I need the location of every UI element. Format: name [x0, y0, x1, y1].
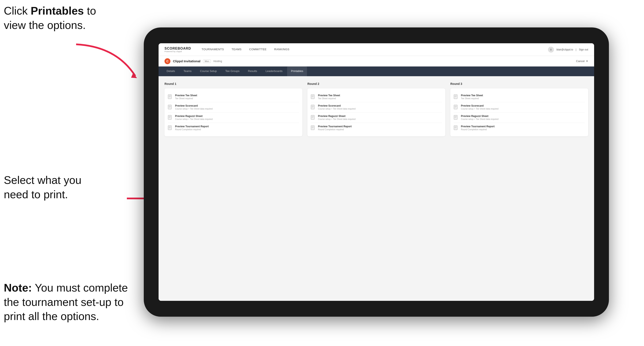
svg-rect-6 [168, 105, 172, 109]
tab-bar: Details Teams Course Setup Tee Groups Re… [158, 66, 594, 76]
r1-raguzzi-info: Preview Raguzzi Sheet Course setup + Tee… [175, 115, 212, 120]
round-2-title: Round 2 [308, 82, 445, 85]
annotation-middle: Select what youneed to print. [4, 173, 82, 202]
top-nav: SCOREBOARD Powered by clippd TOURNAMENTS… [158, 43, 594, 56]
r2-scorecard-icon [311, 105, 316, 110]
r2-tee-sheet-title: Preview Tee Sheet [318, 94, 340, 97]
r1-scorecard-sub: Course setup + Tee Sheet data required [175, 108, 212, 110]
r1-tee-sheet[interactable]: Preview Tee Sheet Tee Sheet required [168, 92, 299, 102]
annotation-top-bold: Printables [31, 5, 84, 17]
r3-raguzzi-icon [454, 115, 458, 121]
r2-scorecard-sub: Course setup + Tee Sheet data required [318, 108, 356, 110]
round-3-title: Round 3 [450, 82, 588, 85]
tablet-screen: SCOREBOARD Powered by clippd TOURNAMENTS… [158, 43, 594, 301]
tournament-badge: Men [203, 59, 211, 63]
r3-scorecard-sub: Course setup + Tee Sheet data required [461, 108, 498, 110]
r1-tee-sheet-sub: Tee Sheet required [175, 97, 197, 100]
r3-tee-sheet-title: Preview Tee Sheet [461, 94, 483, 97]
nav-rankings[interactable]: RANKINGS [270, 43, 293, 56]
r2-report-icon [311, 125, 316, 131]
tab-printables[interactable]: Printables [287, 66, 307, 76]
user-email: blair@clippd.io [556, 48, 573, 51]
r1-report-info: Preview Tournament Report Round Completi… [175, 125, 209, 131]
r3-raguzzi-title: Preview Raguzzi Sheet [461, 115, 498, 118]
tab-details[interactable]: Details [163, 66, 179, 76]
round-2-card: Preview Tee Sheet Tee Sheet required Pre… [308, 88, 445, 136]
r2-raguzzi-title: Preview Raguzzi Sheet [318, 115, 356, 118]
r2-scorecard[interactable]: Preview Scorecard Course setup + Tee She… [311, 102, 442, 113]
svg-rect-38 [454, 105, 457, 109]
raguzzi-icon [168, 115, 172, 121]
sign-out-link[interactable]: Sign out [579, 48, 588, 51]
svg-rect-42 [454, 115, 457, 120]
tablet-device: SCOREBOARD Powered by clippd TOURNAMENTS… [144, 27, 609, 317]
r2-report-sub: Round Completion required [318, 128, 352, 131]
round-1-title: Round 1 [164, 82, 302, 85]
tee-sheet-icon [168, 94, 172, 100]
main-nav: TOURNAMENTS TEAMS COMMITTEE RANKINGS [198, 43, 548, 56]
r1-tee-sheet-title: Preview Tee Sheet [175, 94, 197, 97]
tab-course-setup[interactable]: Course Setup [196, 66, 221, 76]
r3-report-title: Preview Tournament Report [461, 125, 494, 128]
tournament-header: C Clippd Invitational Men Hosting Cancel… [158, 56, 594, 66]
content-area: Round 1 [158, 76, 594, 301]
svg-rect-26 [311, 115, 314, 120]
r2-raguzzi-icon [311, 115, 316, 121]
r1-raguzzi-title: Preview Raguzzi Sheet [175, 115, 212, 118]
round-3-section: Round 3 Preview Tee Sheet Tee Sheet requ… [450, 82, 588, 136]
r2-raguzzi-sub: Course setup + Tee Sheet data required [318, 118, 356, 120]
r2-tee-sheet-sub: Tee Sheet required [318, 97, 340, 100]
round-1-card: Preview Tee Sheet Tee Sheet required [164, 88, 302, 136]
tab-leaderboards[interactable]: Leaderboards [262, 66, 286, 76]
nav-tournaments[interactable]: TOURNAMENTS [198, 43, 228, 56]
r1-raguzzi[interactable]: Preview Raguzzi Sheet Course setup + Tee… [168, 113, 299, 123]
separator: | [576, 48, 576, 51]
user-avatar: B [548, 47, 554, 53]
nav-teams[interactable]: TEAMS [228, 43, 245, 56]
r3-tee-sheet[interactable]: Preview Tee Sheet Tee Sheet required [454, 92, 585, 102]
arrow-top-icon [74, 42, 142, 80]
r2-tee-sheet-icon [311, 94, 316, 100]
tab-tee-groups[interactable]: Tee Groups [222, 66, 243, 76]
r3-scorecard[interactable]: Preview Scorecard Course setup + Tee She… [454, 102, 585, 113]
r2-scorecard-title: Preview Scorecard [318, 104, 356, 107]
r2-report[interactable]: Preview Tournament Report Round Completi… [311, 123, 442, 133]
round-2-section: Round 2 Preview Tee Sheet Tee Sheet requ… [308, 82, 445, 136]
r3-tee-sheet-sub: Tee Sheet required [461, 97, 483, 100]
r2-tee-sheet[interactable]: Preview Tee Sheet Tee Sheet required [311, 92, 442, 102]
r1-raguzzi-sub: Course setup + Tee Sheet data required [175, 118, 212, 120]
annotation-top: Click Printables toview the options. [4, 4, 96, 32]
scorecard-icon [168, 105, 172, 110]
svg-rect-14 [168, 126, 172, 130]
cancel-x-icon: ✕ [586, 59, 588, 63]
brand-title: SCOREBOARD [164, 47, 191, 50]
nav-committee[interactable]: COMMITTEE [246, 43, 270, 56]
cancel-label: Cancel [576, 59, 584, 63]
svg-rect-30 [311, 126, 314, 130]
tab-results[interactable]: Results [244, 66, 261, 76]
tournament-logo: C [164, 58, 170, 64]
r3-report[interactable]: Preview Tournament Report Round Completi… [454, 123, 585, 133]
r2-raguzzi[interactable]: Preview Raguzzi Sheet Course setup + Tee… [311, 113, 442, 123]
r3-report-sub: Round Completion required [461, 128, 494, 131]
svg-rect-18 [311, 95, 314, 99]
report-icon [168, 125, 172, 131]
annotation-bottom: Note: You must complete the tournament s… [4, 281, 135, 324]
r3-raguzzi-sub: Course setup + Tee Sheet data required [461, 118, 498, 120]
r3-scorecard-title: Preview Scorecard [461, 104, 498, 107]
r3-scorecard-icon [454, 105, 458, 110]
svg-rect-46 [454, 126, 457, 130]
tournament-title-row: C Clippd Invitational Men Hosting [164, 58, 222, 64]
brand: SCOREBOARD Powered by clippd [164, 47, 191, 53]
r1-scorecard[interactable]: Preview Scorecard Course setup + Tee She… [168, 102, 299, 113]
r1-report-sub: Round Completion required [175, 128, 209, 131]
r3-raguzzi[interactable]: Preview Raguzzi Sheet Course setup + Tee… [454, 113, 585, 123]
top-right: B blair@clippd.io | Sign out [548, 47, 588, 53]
r1-scorecard-title: Preview Scorecard [175, 104, 212, 107]
r3-tee-sheet-icon [454, 94, 458, 100]
brand-sub: Powered by clippd [164, 50, 191, 53]
r1-report[interactable]: Preview Tournament Report Round Completi… [168, 123, 299, 133]
r1-report-title: Preview Tournament Report [175, 125, 209, 128]
tab-teams[interactable]: Teams [180, 66, 195, 76]
cancel-button[interactable]: Cancel ✕ [576, 59, 588, 63]
